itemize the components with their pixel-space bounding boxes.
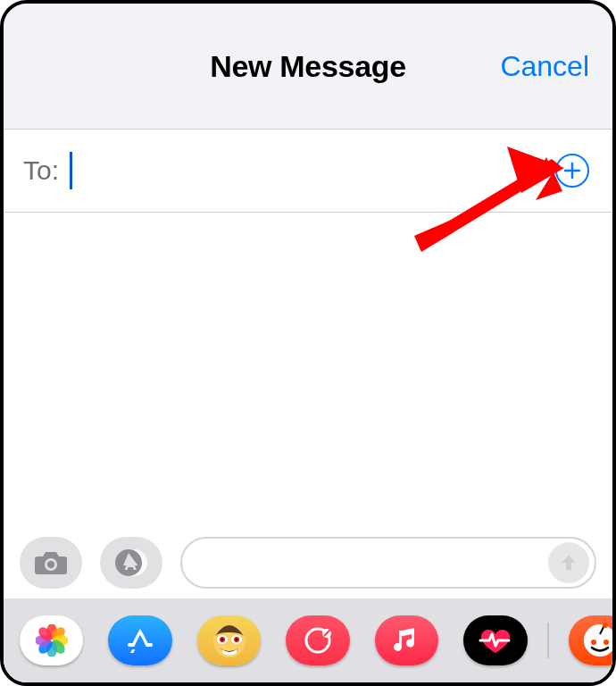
plus-circle-icon <box>562 161 582 180</box>
reddit-icon <box>580 623 616 658</box>
svg-point-31 <box>609 635 616 642</box>
message-input[interactable] <box>200 550 548 575</box>
svg-point-21 <box>221 639 223 641</box>
cancel-button[interactable]: Cancel <box>500 50 589 83</box>
svg-point-7 <box>47 561 54 568</box>
page-title: New Message <box>210 49 406 84</box>
appstore-a-icon <box>125 625 155 656</box>
compose-header: New Message Cancel <box>4 4 612 129</box>
appstore-apps-button[interactable] <box>100 537 162 589</box>
fitness-icon <box>478 626 513 655</box>
svg-point-24 <box>235 639 237 641</box>
message-input-bar <box>4 527 612 598</box>
camera-icon <box>33 549 69 576</box>
appstrip-divider <box>547 623 549 658</box>
camera-button[interactable] <box>20 537 82 589</box>
add-contact-button[interactable] <box>555 154 589 188</box>
message-text-pill[interactable] <box>180 537 596 589</box>
svg-point-34 <box>603 623 608 628</box>
send-button[interactable] <box>548 542 589 583</box>
memoji-icon <box>203 620 256 661</box>
music-icon <box>393 627 420 654</box>
arrow-up-icon <box>558 552 579 573</box>
app-reddit[interactable] <box>569 615 616 665</box>
to-label: To: <box>23 155 59 186</box>
svg-point-30 <box>584 635 591 642</box>
svg-point-32 <box>591 640 596 645</box>
imessage-app-strip <box>4 598 612 682</box>
appstore-icon <box>112 548 150 578</box>
svg-point-33 <box>604 640 609 645</box>
app-music[interactable] <box>375 615 438 665</box>
digitaltouch-icon <box>303 625 333 656</box>
app-memoji[interactable] <box>197 615 261 665</box>
app-digitaltouch[interactable] <box>286 615 349 665</box>
recipient-input[interactable] <box>72 153 595 188</box>
app-photos[interactable] <box>20 615 83 665</box>
photos-icon <box>36 624 68 657</box>
app-appstore[interactable] <box>108 615 171 665</box>
app-fitness[interactable] <box>463 615 527 665</box>
recipient-row: To: <box>4 129 612 213</box>
